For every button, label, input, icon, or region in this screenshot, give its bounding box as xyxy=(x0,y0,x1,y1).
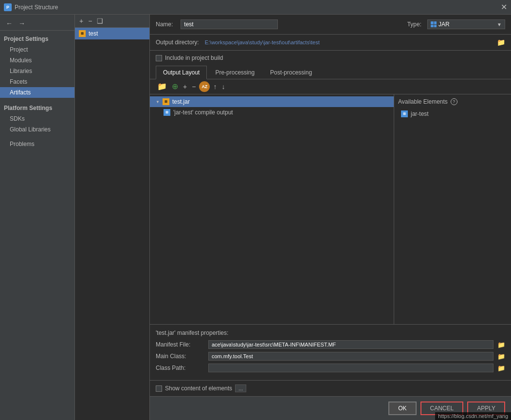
tree-item-compile-label: 'jar-test' compile output xyxy=(173,109,233,116)
show-content-checkbox[interactable] xyxy=(156,385,162,392)
show-content-dots-button[interactable]: ... xyxy=(235,384,246,392)
close-button[interactable]: ✕ xyxy=(501,3,507,11)
title-bar-text: Project Structure xyxy=(15,4,58,11)
manifest-file-folder-button[interactable]: 📁 xyxy=(497,341,505,348)
tab-output-layout[interactable]: Output Layout xyxy=(156,66,207,79)
move-down-button[interactable]: ↓ xyxy=(220,82,226,91)
include-build-label: Include in project build xyxy=(165,55,223,61)
right-panel: Name: Type: JAR ▼ Output directory: E:\w… xyxy=(150,15,511,420)
type-select[interactable]: JAR ▼ xyxy=(427,19,505,29)
tree-item-test-jar-label: test.jar xyxy=(172,98,190,105)
sidebar: ← → Project Settings Project Modules Lib… xyxy=(0,15,75,420)
jar-type-icon xyxy=(431,21,437,27)
main-container: ← → Project Settings Project Modules Lib… xyxy=(0,15,511,420)
main-class-label: Main Class: xyxy=(156,353,204,360)
output-dir-folder-button[interactable]: 📁 xyxy=(497,38,505,46)
tab-post-processing[interactable]: Post-processing xyxy=(263,66,319,79)
platform-settings-label: Platform Settings xyxy=(0,102,74,113)
output-tree: ▼ ⊞ test.jar ⊞ 'jar-test' compile output xyxy=(150,94,394,324)
sidebar-item-sdks[interactable]: SDKs xyxy=(0,113,74,124)
nav-back-button[interactable]: ← xyxy=(4,18,15,28)
main-class-input[interactable] xyxy=(208,352,493,361)
main-class-folder-button[interactable]: 📁 xyxy=(497,353,505,360)
name-label: Name: xyxy=(156,21,173,28)
sort-az-button[interactable]: AZ xyxy=(199,81,210,92)
manifest-section: 'test.jar' manifest properties: Manifest… xyxy=(150,324,511,380)
artifact-jar-icon: ⊞ xyxy=(79,30,86,37)
manifest-file-input[interactable] xyxy=(208,340,493,349)
tabs-row: Output Layout Pre-processing Post-proces… xyxy=(150,65,511,79)
content-area: ▼ ⊞ test.jar ⊞ 'jar-test' compile output… xyxy=(150,94,511,324)
name-type-row: Name: Type: JAR ▼ xyxy=(150,15,511,35)
output-dir-path: E:\workspace\java\study\jar-test\out\art… xyxy=(205,39,493,45)
available-elements-label: Available Elements xyxy=(398,98,448,105)
sidebar-item-project[interactable]: Project xyxy=(0,44,74,55)
available-elements-panel: Available Elements ? ⊞ jar-test xyxy=(394,94,511,324)
available-item-jar-test[interactable]: ⊞ jar-test xyxy=(398,109,507,119)
expand-arrow: ▼ xyxy=(156,100,160,104)
add-folder-button[interactable]: 📁 xyxy=(156,82,168,91)
show-content-label: Show content of elements xyxy=(165,385,232,392)
artifact-item-label: test xyxy=(89,30,98,37)
sidebar-item-facets[interactable]: Facets xyxy=(0,76,74,87)
tree-item-compile-output[interactable]: ⊞ 'jar-test' compile output xyxy=(150,107,394,118)
module-icon: ⊞ xyxy=(164,109,170,116)
manifest-file-label: Manifest File: xyxy=(156,341,204,348)
main-class-row: Main Class: 📁 xyxy=(156,352,505,361)
help-icon[interactable]: ? xyxy=(451,98,457,105)
available-elements-header: Available Elements ? xyxy=(398,98,507,105)
move-up-button[interactable]: ↑ xyxy=(212,82,218,91)
nav-forward-button[interactable]: → xyxy=(17,18,27,28)
remove-item-button[interactable]: − xyxy=(190,82,197,91)
manifest-file-row: Manifest File: 📁 xyxy=(156,340,505,349)
output-dir-row: Output directory: E:\workspace\java\stud… xyxy=(150,35,511,51)
tree-item-test-jar[interactable]: ▼ ⊞ test.jar xyxy=(150,96,394,107)
ok-button[interactable]: OK xyxy=(388,402,416,415)
sidebar-item-artifacts[interactable]: Artifacts xyxy=(0,87,74,98)
artifact-list-panel: + − ❑ ⊞ test xyxy=(75,15,150,420)
artifact-toolbar: + − ❑ xyxy=(75,15,149,28)
sidebar-item-libraries[interactable]: Libraries xyxy=(0,66,74,76)
output-layout-toolbar: 📁 ⊕ + − AZ ↑ ↓ xyxy=(150,79,511,94)
type-value: JAR xyxy=(438,21,495,28)
class-path-folder-button[interactable]: 📁 xyxy=(497,365,505,372)
type-label: Type: xyxy=(407,21,421,28)
jar-file-icon: ⊞ xyxy=(163,98,169,105)
sidebar-item-global-libraries[interactable]: Global Libraries xyxy=(0,124,74,135)
class-path-row: Class Path: 📁 xyxy=(156,364,505,372)
show-content-row: Show content of elements ... xyxy=(150,380,511,396)
tab-pre-processing[interactable]: Pre-processing xyxy=(208,66,262,79)
add-artifact-button[interactable]: + xyxy=(78,17,85,25)
copy-artifact-button[interactable]: ❑ xyxy=(95,17,105,25)
include-build-row: Include in project build xyxy=(150,51,511,65)
remove-artifact-button[interactable]: − xyxy=(87,17,93,25)
include-build-checkbox[interactable] xyxy=(156,55,162,61)
sidebar-nav: ← → xyxy=(0,17,74,31)
available-module-icon: ⊞ xyxy=(401,110,408,117)
title-bar: P Project Structure ✕ xyxy=(0,0,511,15)
artifact-list-item-test[interactable]: ⊞ test xyxy=(75,28,149,39)
app-icon: P xyxy=(4,3,12,11)
footer-url: https://blog.csdn.net/mf_yang xyxy=(435,412,511,420)
class-path-input[interactable] xyxy=(208,364,493,372)
project-settings-label: Project Settings xyxy=(0,33,74,44)
type-dropdown-arrow: ▼ xyxy=(497,22,502,27)
class-path-label: Class Path: xyxy=(156,365,204,371)
output-dir-label: Output directory: xyxy=(156,39,199,46)
sidebar-item-problems[interactable]: Problems xyxy=(0,139,74,149)
available-item-label: jar-test xyxy=(411,110,429,117)
manifest-title: 'test.jar' manifest properties: xyxy=(156,329,505,336)
add-extract-button[interactable]: + xyxy=(182,82,188,91)
sidebar-item-modules[interactable]: Modules xyxy=(0,55,74,66)
name-input[interactable] xyxy=(181,19,278,29)
add-item-button[interactable]: ⊕ xyxy=(170,82,180,91)
